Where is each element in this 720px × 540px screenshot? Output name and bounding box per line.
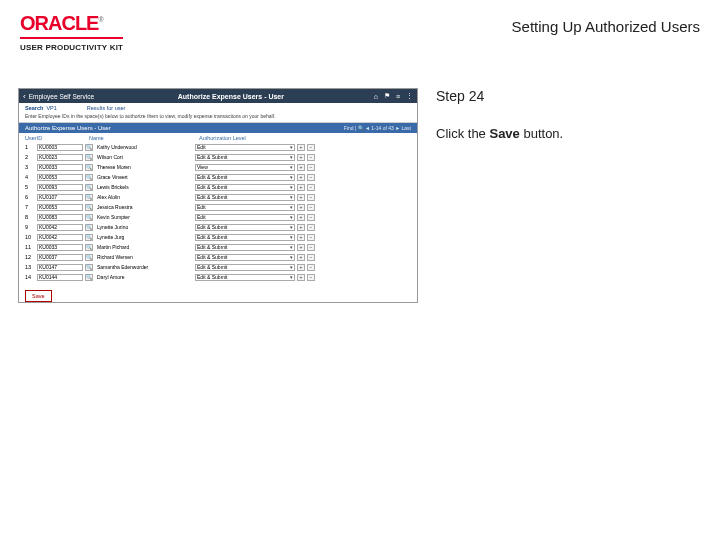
auth-select[interactable]: Edit & Submit▾ xyxy=(195,154,295,161)
userid-input[interactable]: KU0003 xyxy=(37,144,83,151)
add-row-button[interactable]: + xyxy=(297,224,305,231)
remove-row-button[interactable]: − xyxy=(307,224,315,231)
lookup-icon[interactable]: 🔍 xyxy=(85,254,93,261)
auth-select[interactable]: Edit & Submit▾ xyxy=(195,184,295,191)
auth-select[interactable]: Edit & Submit▾ xyxy=(195,194,295,201)
userid-input[interactable]: KU0042 xyxy=(37,224,83,231)
add-row-button[interactable]: + xyxy=(297,144,305,151)
auth-select[interactable]: Edit & Submit▾ xyxy=(195,224,295,231)
lookup-icon[interactable]: 🔍 xyxy=(85,244,93,251)
userid-input[interactable]: KU0042 xyxy=(37,234,83,241)
lookup-icon[interactable]: 🔍 xyxy=(85,224,93,231)
auth-select[interactable]: Edit & Submit▾ xyxy=(195,234,295,241)
panel-header: Authorize Expense Users - User Find | 🔍 … xyxy=(19,123,417,133)
flag-icon[interactable]: ⚑ xyxy=(384,92,390,100)
row-num: 5 xyxy=(25,184,35,190)
lookup-icon[interactable]: 🔍 xyxy=(85,174,93,181)
lookup-icon[interactable]: 🔍 xyxy=(85,184,93,191)
lookup-icon[interactable]: 🔍 xyxy=(85,194,93,201)
auth-select[interactable]: Edit & Submit▾ xyxy=(195,174,295,181)
find-link[interactable]: Find xyxy=(344,125,354,131)
col-auth: Authorization Level xyxy=(199,135,319,141)
remove-row-button[interactable]: − xyxy=(307,184,315,191)
auth-select[interactable]: View▾ xyxy=(195,164,295,171)
add-row-button[interactable]: + xyxy=(297,194,305,201)
panel-header-text: Authorize Expense Users - User xyxy=(25,125,111,131)
remove-row-button[interactable]: − xyxy=(307,144,315,151)
auth-select[interactable]: Edit▾ xyxy=(195,204,295,211)
add-row-button[interactable]: + xyxy=(297,154,305,161)
last-link[interactable]: Last xyxy=(402,125,411,131)
userid-input[interactable]: KU0033 xyxy=(37,244,83,251)
chevron-down-icon: ▾ xyxy=(290,184,293,190)
lookup-icon[interactable]: 🔍 xyxy=(85,264,93,271)
userid-input[interactable]: KU0144 xyxy=(37,274,83,281)
userid-input[interactable]: KU0053 xyxy=(37,174,83,181)
add-row-button[interactable]: + xyxy=(297,264,305,271)
app-topbar: ‹ Employee Self Service Authorize Expens… xyxy=(19,89,417,103)
add-row-button[interactable]: + xyxy=(297,204,305,211)
grid-nav[interactable]: Find | 🔍 ◄ 1-14 of 43 ► Last xyxy=(344,125,411,131)
lookup-icon[interactable]: 🔍 xyxy=(85,154,93,161)
lookup-icon[interactable]: 🔍 xyxy=(85,234,93,241)
remove-row-button[interactable]: − xyxy=(307,234,315,241)
table-row: 3KU0033🔍Therese MorenView▾+− xyxy=(25,162,411,172)
app-screenshot: ‹ Employee Self Service Authorize Expens… xyxy=(18,88,418,303)
lookup-icon[interactable]: 🔍 xyxy=(85,204,93,211)
pipe: | xyxy=(355,125,356,131)
remove-row-button[interactable]: − xyxy=(307,164,315,171)
remove-row-button[interactable]: − xyxy=(307,154,315,161)
auth-select[interactable]: Edit & Submit▾ xyxy=(195,264,295,271)
add-row-button[interactable]: + xyxy=(297,214,305,221)
more-icon[interactable]: ⋮ xyxy=(406,92,413,100)
col-name: Name xyxy=(89,135,199,141)
userid-input[interactable]: KU0107 xyxy=(37,194,83,201)
auth-select[interactable]: Edit▾ xyxy=(195,144,295,151)
lookup-icon[interactable]: 🔍 xyxy=(85,214,93,221)
remove-row-button[interactable]: − xyxy=(307,174,315,181)
remove-row-button[interactable]: − xyxy=(307,264,315,271)
name-text: Therese Moren xyxy=(95,164,193,171)
add-row-button[interactable]: + xyxy=(297,164,305,171)
add-row-button[interactable]: + xyxy=(297,254,305,261)
lookup-icon[interactable]: 🔍 xyxy=(85,164,93,171)
table-row: 7KU0053🔍Jessica RuestraEdit▾+− xyxy=(25,202,411,212)
home-icon[interactable]: ⌂ xyxy=(374,93,378,100)
auth-select[interactable]: Edit▾ xyxy=(195,214,295,221)
lookup-icon[interactable]: 🔍 xyxy=(85,144,93,151)
brand-underline: USER PRODUCTIVITY KIT xyxy=(20,37,123,52)
auth-select[interactable]: Edit & Submit▾ xyxy=(195,274,295,281)
row-num: 7 xyxy=(25,204,35,210)
userid-input[interactable]: KU0147 xyxy=(37,264,83,271)
add-row-button[interactable]: + xyxy=(297,274,305,281)
add-row-button[interactable]: + xyxy=(297,234,305,241)
chevron-down-icon: ▾ xyxy=(290,224,293,230)
remove-row-button[interactable]: − xyxy=(307,274,315,281)
remove-row-button[interactable]: − xyxy=(307,244,315,251)
lookup-icon[interactable]: 🔍 xyxy=(85,274,93,281)
add-row-button[interactable]: + xyxy=(297,244,305,251)
table-row: 6KU0107🔍Alex AlolinEdit & Submit▾+− xyxy=(25,192,411,202)
brand-block: ORACLE® USER PRODUCTIVITY KIT xyxy=(20,12,123,52)
add-row-button[interactable]: + xyxy=(297,184,305,191)
userid-input[interactable]: KU0053 xyxy=(37,204,83,211)
add-row-button[interactable]: + xyxy=(297,174,305,181)
userid-input[interactable]: KU0023 xyxy=(37,154,83,161)
remove-row-button[interactable]: − xyxy=(307,194,315,201)
menu-icon[interactable]: ≡ xyxy=(396,93,400,100)
userid-input[interactable]: KU0083 xyxy=(37,214,83,221)
auth-select[interactable]: Edit & Submit▾ xyxy=(195,254,295,261)
back-label[interactable]: Employee Self Service xyxy=(29,93,94,100)
auth-select[interactable]: Edit & Submit▾ xyxy=(195,244,295,251)
oracle-logo: ORACLE® xyxy=(20,12,123,35)
remove-row-button[interactable]: − xyxy=(307,204,315,211)
instr-bold: Save xyxy=(489,126,519,141)
save-button[interactable]: Save xyxy=(25,290,52,302)
userid-input[interactable]: KU0093 xyxy=(37,184,83,191)
back-icon[interactable]: ‹ xyxy=(23,92,26,101)
userid-input[interactable]: KU0037 xyxy=(37,254,83,261)
remove-row-button[interactable]: − xyxy=(307,214,315,221)
userid-input[interactable]: KU0033 xyxy=(37,164,83,171)
subbrand-text: USER PRODUCTIVITY KIT xyxy=(20,43,123,52)
remove-row-button[interactable]: − xyxy=(307,254,315,261)
